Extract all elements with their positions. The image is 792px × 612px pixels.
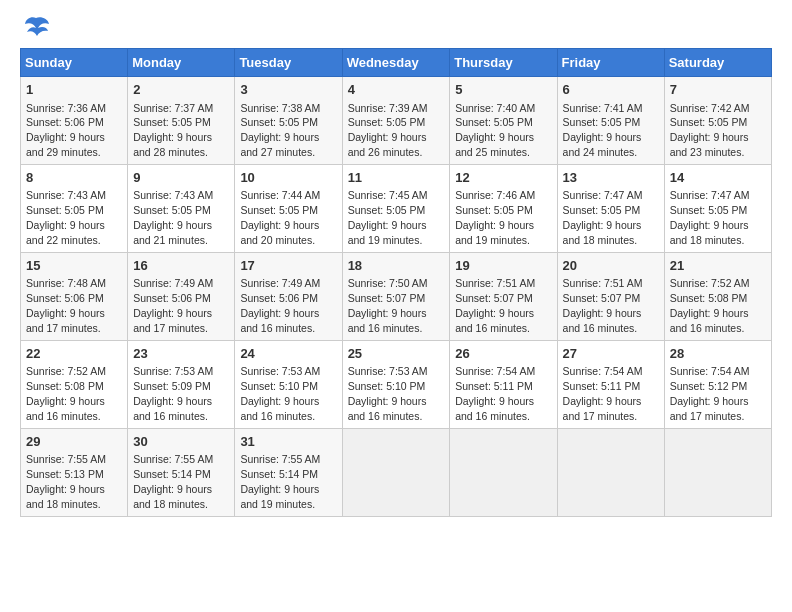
calendar-cell: 21 Sunrise: 7:52 AMSunset: 5:08 PMDaylig… <box>664 252 771 340</box>
day-number: 11 <box>348 169 445 187</box>
day-number: 12 <box>455 169 551 187</box>
calendar-cell: 31 Sunrise: 7:55 AMSunset: 5:14 PMDaylig… <box>235 428 342 516</box>
day-number: 23 <box>133 345 229 363</box>
week-row-4: 22 Sunrise: 7:52 AMSunset: 5:08 PMDaylig… <box>21 340 772 428</box>
day-info: Sunrise: 7:51 AMSunset: 5:07 PMDaylight:… <box>563 277 643 334</box>
calendar-cell: 5 Sunrise: 7:40 AMSunset: 5:05 PMDayligh… <box>450 77 557 165</box>
calendar-cell: 30 Sunrise: 7:55 AMSunset: 5:14 PMDaylig… <box>128 428 235 516</box>
calendar-cell: 17 Sunrise: 7:49 AMSunset: 5:06 PMDaylig… <box>235 252 342 340</box>
day-number: 24 <box>240 345 336 363</box>
calendar-cell: 23 Sunrise: 7:53 AMSunset: 5:09 PMDaylig… <box>128 340 235 428</box>
day-info: Sunrise: 7:42 AMSunset: 5:05 PMDaylight:… <box>670 102 750 159</box>
day-number: 25 <box>348 345 445 363</box>
calendar-header-row: SundayMondayTuesdayWednesdayThursdayFrid… <box>21 49 772 77</box>
calendar-cell: 1 Sunrise: 7:36 AMSunset: 5:06 PMDayligh… <box>21 77 128 165</box>
calendar-cell: 15 Sunrise: 7:48 AMSunset: 5:06 PMDaylig… <box>21 252 128 340</box>
day-info: Sunrise: 7:53 AMSunset: 5:10 PMDaylight:… <box>240 365 320 422</box>
day-number: 20 <box>563 257 659 275</box>
calendar-cell: 19 Sunrise: 7:51 AMSunset: 5:07 PMDaylig… <box>450 252 557 340</box>
day-number: 27 <box>563 345 659 363</box>
calendar-cell: 25 Sunrise: 7:53 AMSunset: 5:10 PMDaylig… <box>342 340 450 428</box>
day-number: 10 <box>240 169 336 187</box>
calendar-cell <box>450 428 557 516</box>
calendar-cell: 3 Sunrise: 7:38 AMSunset: 5:05 PMDayligh… <box>235 77 342 165</box>
header-wednesday: Wednesday <box>342 49 450 77</box>
calendar-cell: 7 Sunrise: 7:42 AMSunset: 5:05 PMDayligh… <box>664 77 771 165</box>
day-number: 16 <box>133 257 229 275</box>
calendar-cell: 26 Sunrise: 7:54 AMSunset: 5:11 PMDaylig… <box>450 340 557 428</box>
header-monday: Monday <box>128 49 235 77</box>
day-number: 29 <box>26 433 122 451</box>
calendar-cell: 16 Sunrise: 7:49 AMSunset: 5:06 PMDaylig… <box>128 252 235 340</box>
day-info: Sunrise: 7:55 AMSunset: 5:14 PMDaylight:… <box>240 453 320 510</box>
day-info: Sunrise: 7:53 AMSunset: 5:10 PMDaylight:… <box>348 365 428 422</box>
day-info: Sunrise: 7:53 AMSunset: 5:09 PMDaylight:… <box>133 365 213 422</box>
day-number: 9 <box>133 169 229 187</box>
day-info: Sunrise: 7:47 AMSunset: 5:05 PMDaylight:… <box>670 189 750 246</box>
week-row-1: 1 Sunrise: 7:36 AMSunset: 5:06 PMDayligh… <box>21 77 772 165</box>
day-info: Sunrise: 7:54 AMSunset: 5:12 PMDaylight:… <box>670 365 750 422</box>
calendar-cell <box>664 428 771 516</box>
calendar-cell: 27 Sunrise: 7:54 AMSunset: 5:11 PMDaylig… <box>557 340 664 428</box>
day-number: 7 <box>670 81 766 99</box>
calendar-cell: 24 Sunrise: 7:53 AMSunset: 5:10 PMDaylig… <box>235 340 342 428</box>
day-info: Sunrise: 7:52 AMSunset: 5:08 PMDaylight:… <box>26 365 106 422</box>
day-number: 6 <box>563 81 659 99</box>
calendar-cell: 20 Sunrise: 7:51 AMSunset: 5:07 PMDaylig… <box>557 252 664 340</box>
day-info: Sunrise: 7:45 AMSunset: 5:05 PMDaylight:… <box>348 189 428 246</box>
calendar-cell: 13 Sunrise: 7:47 AMSunset: 5:05 PMDaylig… <box>557 164 664 252</box>
logo <box>20 16 50 40</box>
calendar-cell: 2 Sunrise: 7:37 AMSunset: 5:05 PMDayligh… <box>128 77 235 165</box>
day-info: Sunrise: 7:43 AMSunset: 5:05 PMDaylight:… <box>133 189 213 246</box>
day-info: Sunrise: 7:38 AMSunset: 5:05 PMDaylight:… <box>240 102 320 159</box>
calendar-cell: 18 Sunrise: 7:50 AMSunset: 5:07 PMDaylig… <box>342 252 450 340</box>
day-number: 5 <box>455 81 551 99</box>
calendar-cell: 10 Sunrise: 7:44 AMSunset: 5:05 PMDaylig… <box>235 164 342 252</box>
day-number: 19 <box>455 257 551 275</box>
day-number: 28 <box>670 345 766 363</box>
calendar-cell: 9 Sunrise: 7:43 AMSunset: 5:05 PMDayligh… <box>128 164 235 252</box>
day-info: Sunrise: 7:54 AMSunset: 5:11 PMDaylight:… <box>455 365 535 422</box>
logo-bird-icon <box>22 16 50 40</box>
day-info: Sunrise: 7:37 AMSunset: 5:05 PMDaylight:… <box>133 102 213 159</box>
calendar-cell <box>342 428 450 516</box>
day-info: Sunrise: 7:39 AMSunset: 5:05 PMDaylight:… <box>348 102 428 159</box>
day-number: 21 <box>670 257 766 275</box>
calendar-cell: 6 Sunrise: 7:41 AMSunset: 5:05 PMDayligh… <box>557 77 664 165</box>
header <box>20 16 772 40</box>
calendar-cell: 22 Sunrise: 7:52 AMSunset: 5:08 PMDaylig… <box>21 340 128 428</box>
day-number: 1 <box>26 81 122 99</box>
day-number: 30 <box>133 433 229 451</box>
week-row-5: 29 Sunrise: 7:55 AMSunset: 5:13 PMDaylig… <box>21 428 772 516</box>
day-number: 31 <box>240 433 336 451</box>
calendar-cell: 29 Sunrise: 7:55 AMSunset: 5:13 PMDaylig… <box>21 428 128 516</box>
day-info: Sunrise: 7:54 AMSunset: 5:11 PMDaylight:… <box>563 365 643 422</box>
day-info: Sunrise: 7:55 AMSunset: 5:14 PMDaylight:… <box>133 453 213 510</box>
day-number: 17 <box>240 257 336 275</box>
calendar-cell: 14 Sunrise: 7:47 AMSunset: 5:05 PMDaylig… <box>664 164 771 252</box>
header-tuesday: Tuesday <box>235 49 342 77</box>
day-info: Sunrise: 7:55 AMSunset: 5:13 PMDaylight:… <box>26 453 106 510</box>
day-number: 3 <box>240 81 336 99</box>
day-info: Sunrise: 7:47 AMSunset: 5:05 PMDaylight:… <box>563 189 643 246</box>
calendar-cell: 4 Sunrise: 7:39 AMSunset: 5:05 PMDayligh… <box>342 77 450 165</box>
day-number: 4 <box>348 81 445 99</box>
week-row-2: 8 Sunrise: 7:43 AMSunset: 5:05 PMDayligh… <box>21 164 772 252</box>
header-saturday: Saturday <box>664 49 771 77</box>
day-info: Sunrise: 7:40 AMSunset: 5:05 PMDaylight:… <box>455 102 535 159</box>
calendar-cell: 12 Sunrise: 7:46 AMSunset: 5:05 PMDaylig… <box>450 164 557 252</box>
day-number: 2 <box>133 81 229 99</box>
calendar-cell: 11 Sunrise: 7:45 AMSunset: 5:05 PMDaylig… <box>342 164 450 252</box>
day-number: 26 <box>455 345 551 363</box>
day-number: 18 <box>348 257 445 275</box>
calendar-cell: 28 Sunrise: 7:54 AMSunset: 5:12 PMDaylig… <box>664 340 771 428</box>
day-info: Sunrise: 7:44 AMSunset: 5:05 PMDaylight:… <box>240 189 320 246</box>
day-number: 14 <box>670 169 766 187</box>
day-number: 22 <box>26 345 122 363</box>
header-friday: Friday <box>557 49 664 77</box>
header-thursday: Thursday <box>450 49 557 77</box>
day-info: Sunrise: 7:41 AMSunset: 5:05 PMDaylight:… <box>563 102 643 159</box>
day-info: Sunrise: 7:49 AMSunset: 5:06 PMDaylight:… <box>240 277 320 334</box>
day-number: 15 <box>26 257 122 275</box>
day-info: Sunrise: 7:49 AMSunset: 5:06 PMDaylight:… <box>133 277 213 334</box>
